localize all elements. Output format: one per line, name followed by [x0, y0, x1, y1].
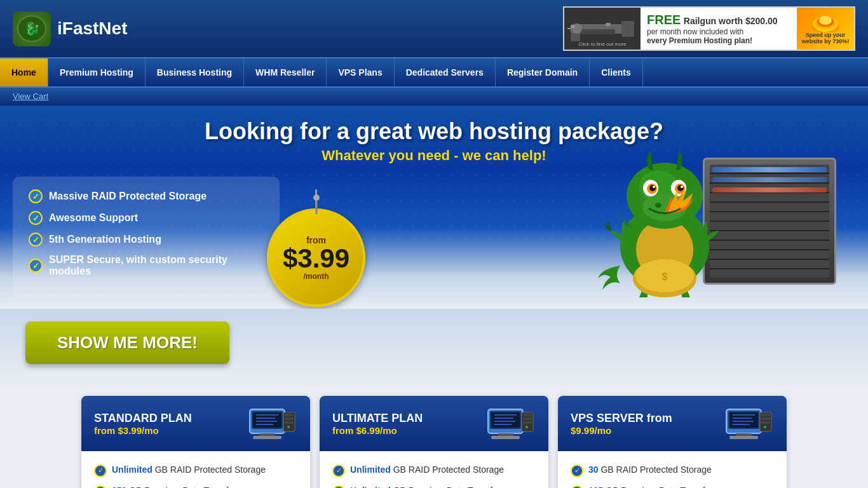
- main-navigation: Home Premium Hosting Business Hosting WH…: [0, 57, 868, 88]
- svg-point-20: [655, 203, 661, 208]
- feature-check-3: ✓: [29, 233, 43, 247]
- feature-item-3: ✓ 5th Generation Hosting: [29, 233, 264, 247]
- plans-section: STANDARD PLAN from $3.99/mo: [0, 383, 868, 488]
- banner-desc: per month now included with every Premiu…: [647, 27, 790, 45]
- vps-plan-icon: [723, 406, 774, 441]
- svg-rect-41: [253, 436, 281, 439]
- svg-point-74: [764, 426, 766, 428]
- dragon-mascot: $: [595, 132, 735, 297]
- logo-area: 🐉 iFastNet: [13, 11, 127, 46]
- nav-dedicated-servers[interactable]: Dedicated Servers: [395, 58, 496, 86]
- price-tag-container: from $3.99 /month: [267, 189, 365, 307]
- standard-feature-1: ✓ Unlimited GB RAID Protected Storage: [94, 464, 297, 477]
- nav-home[interactable]: Home: [0, 58, 48, 86]
- standard-plan-icon: [247, 406, 297, 441]
- standard-feature-check-1: ✓: [94, 464, 107, 477]
- standard-plan-card: STANDARD PLAN from $3.99/mo: [81, 396, 310, 488]
- svg-point-14: [819, 16, 832, 25]
- svg-point-5: [572, 24, 582, 34]
- standard-feature-check-2: ✓: [94, 485, 107, 488]
- svg-text:🐉: 🐉: [24, 21, 40, 36]
- ultimate-plan-name: ULTIMATE PLAN: [332, 412, 423, 425]
- vps-feature-check-1: ✓: [571, 464, 583, 477]
- standard-plan-price: from $3.99/mo: [94, 425, 192, 436]
- svg-point-29: [681, 186, 683, 188]
- svg-rect-71: [761, 414, 770, 416]
- standard-feature-2: ✓ 250 GB Premium Data Transfer: [94, 485, 297, 488]
- svg-point-60: [526, 426, 528, 428]
- svg-point-27: [677, 185, 684, 191]
- ultimate-feature-check-2: ✓: [332, 485, 345, 488]
- feature-check-4: ✓: [29, 259, 43, 273]
- hero-image-area: $: [563, 113, 836, 297]
- nav-clients[interactable]: Clients: [590, 58, 643, 86]
- vps-feature-1: ✓ 30 GB RAID Protected Storage: [571, 464, 774, 477]
- svg-point-46: [287, 426, 290, 428]
- hero-section: Looking for a great web hosting package?…: [0, 105, 868, 309]
- view-cart-link[interactable]: View Cart: [13, 92, 48, 101]
- feature-item-1: ✓ Massive RAID Protected Storage: [29, 189, 264, 203]
- feature-item-4: ✓ SUPER Secure, with custom security mod…: [29, 254, 264, 277]
- svg-point-26: [649, 185, 656, 191]
- vps-plan-header-text: VPS SERVER from $9.99/mo: [571, 412, 672, 436]
- banner-railgun-text: Railgun worth $200.00: [684, 16, 778, 26]
- banner-speed-badge: Speed up your website by 730%!: [797, 6, 854, 51]
- svg-rect-40: [259, 433, 275, 436]
- svg-rect-68: [736, 433, 752, 436]
- logo-icon: 🐉: [13, 11, 51, 46]
- standard-plan-header: STANDARD PLAN from $3.99/mo: [81, 396, 310, 451]
- svg-rect-44: [285, 417, 294, 420]
- ultimate-plan-header: ULTIMATE PLAN from $6.99/mo: [320, 396, 548, 451]
- vps-plan-price: $9.99/mo: [571, 425, 672, 436]
- svg-rect-3: [621, 21, 634, 37]
- feature-item-2: ✓ Awesome Support: [29, 211, 264, 225]
- hero-content: ✓ Massive RAID Protected Storage ✓ Aweso…: [13, 177, 855, 297]
- svg-point-28: [653, 186, 655, 188]
- ultimate-plan-price: from $6.99/mo: [332, 425, 423, 436]
- svg-rect-6: [606, 23, 611, 26]
- cta-section: SHOW ME MORE!: [0, 309, 868, 383]
- nav-premium-hosting[interactable]: Premium Hosting: [48, 58, 146, 86]
- ultimate-feature-check-1: ✓: [332, 464, 345, 477]
- svg-rect-43: [285, 414, 294, 416]
- vps-plan-features: ✓ 30 GB RAID Protected Storage ✓ 125 GB …: [558, 451, 787, 488]
- top-bar: 🐉 iFastNet Click to find out more FREE R…: [0, 0, 868, 57]
- nav-business-hosting[interactable]: Business Hosting: [146, 58, 244, 86]
- price-badge: from $3.99 /month: [267, 208, 365, 307]
- svg-rect-69: [729, 436, 758, 439]
- svg-rect-58: [523, 417, 532, 420]
- banner-click-text[interactable]: Click to find out more: [564, 40, 641, 48]
- banner-free-label: FREE: [647, 13, 681, 27]
- price-amount: $3.99: [283, 245, 349, 272]
- svg-rect-54: [498, 433, 513, 436]
- nav-vps-plans[interactable]: VPS Plans: [327, 58, 394, 86]
- standard-plan-name: STANDARD PLAN: [94, 412, 192, 425]
- vps-feature-2: ✓ 125 GB Premium Data Transfer: [571, 485, 774, 488]
- view-cart-bar: View Cart: [0, 88, 868, 105]
- ultimate-feature-2: ✓ Unlimited GB Premium Data Transfer: [332, 485, 536, 488]
- svg-text:$: $: [662, 271, 668, 282]
- price-period: /month: [304, 272, 329, 281]
- show-more-button[interactable]: SHOW ME MORE!: [25, 322, 229, 364]
- banner-middle: FREE Railgun worth $200.00 per month now…: [641, 9, 797, 49]
- promotional-banner[interactable]: Click to find out more FREE Railgun wort…: [563, 6, 855, 51]
- svg-rect-73: [761, 421, 770, 424]
- vps-feature-check-2: ✓: [571, 485, 583, 488]
- nav-register-domain[interactable]: Register Domain: [496, 58, 590, 86]
- vps-plan-card: VPS SERVER from $9.99/mo: [558, 396, 787, 488]
- ultimate-feature-1: ✓ Unlimited GB RAID Protected Storage: [332, 464, 536, 477]
- ultimate-plan-card: ULTIMATE PLAN from $6.99/mo: [320, 396, 548, 488]
- svg-rect-4: [580, 29, 615, 34]
- site-logo-text: iFastNet: [57, 18, 127, 39]
- ultimate-plan-icon: [485, 406, 536, 441]
- svg-rect-72: [761, 417, 770, 420]
- nav-whm-reseller[interactable]: WHM Reseller: [244, 58, 327, 86]
- feature-check-2: ✓: [29, 211, 43, 225]
- ultimate-plan-header-text: ULTIMATE PLAN from $6.99/mo: [332, 412, 423, 436]
- ultimate-plan-features: ✓ Unlimited GB RAID Protected Storage ✓ …: [320, 451, 548, 488]
- svg-rect-45: [285, 421, 294, 424]
- svg-rect-57: [523, 414, 532, 416]
- svg-rect-8: [571, 25, 574, 28]
- hero-features-box: ✓ Massive RAID Protected Storage ✓ Aweso…: [13, 177, 280, 297]
- banner-speed-text: Speed up your website by 730%!: [799, 32, 851, 44]
